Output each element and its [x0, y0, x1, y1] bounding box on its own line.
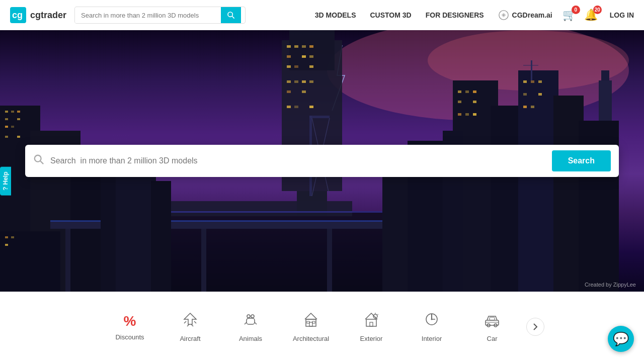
- svg-rect-59: [523, 80, 527, 83]
- svg-rect-20: [302, 55, 306, 58]
- svg-rect-88: [531, 60, 532, 80]
- logo-icon: cg: [10, 7, 26, 23]
- exterior-icon: [363, 311, 379, 331]
- svg-rect-80: [11, 236, 14, 238]
- nav-links: 3D MODELS CUSTOM 3D FOR DESIGNERS CGDrea…: [315, 10, 552, 21]
- svg-rect-31: [287, 106, 291, 108]
- svg-rect-62: [523, 93, 527, 96]
- chevron-right-icon: [533, 323, 538, 331]
- svg-rect-101: [312, 321, 315, 323]
- nav-search-input[interactable]: [75, 8, 221, 23]
- categories-bar: % Discounts Aircraft Animals: [0, 292, 644, 362]
- help-label: Help: [2, 171, 9, 185]
- architectural-icon: [303, 311, 319, 331]
- chat-widget[interactable]: 💬: [608, 326, 634, 352]
- svg-point-5: [503, 14, 505, 16]
- hero-search-input[interactable]: [50, 156, 552, 165]
- svg-rect-65: [531, 106, 534, 108]
- svg-rect-30: [302, 90, 306, 93]
- exterior-svg: [363, 311, 379, 327]
- categories-next-button[interactable]: [526, 318, 544, 336]
- svg-rect-98: [309, 322, 312, 326]
- hero-search-bar: Search: [25, 145, 619, 177]
- svg-rect-42: [5, 126, 8, 128]
- logo-text: cgtrader: [30, 10, 66, 21]
- aircraft-svg: [182, 311, 198, 327]
- svg-point-93: [247, 315, 250, 318]
- hero-search-button[interactable]: Search: [552, 150, 611, 171]
- nav-link-for-designers[interactable]: FOR DESIGNERS: [426, 11, 484, 19]
- hero-section: Search Created by ZippyLee: [0, 30, 644, 292]
- svg-rect-23: [294, 65, 298, 68]
- help-icon: ?: [2, 187, 9, 190]
- svg-rect-32: [294, 106, 298, 108]
- login-button[interactable]: LOG IN: [610, 11, 634, 19]
- nav-link-3d-models[interactable]: 3D MODELS: [315, 11, 356, 19]
- svg-rect-18: [309, 45, 313, 48]
- svg-rect-75: [327, 229, 332, 292]
- svg-rect-67: [309, 116, 330, 118]
- category-architectural[interactable]: Architectural: [281, 305, 341, 348]
- notifications-button[interactable]: 🔔 20: [584, 9, 598, 22]
- svg-line-106: [377, 314, 378, 315]
- svg-point-111: [431, 319, 433, 320]
- interior-svg: [424, 311, 440, 327]
- svg-point-2: [228, 12, 232, 17]
- animals-svg: [243, 311, 259, 327]
- svg-rect-39: [17, 111, 20, 113]
- svg-rect-56: [458, 113, 461, 116]
- svg-rect-15: [287, 45, 291, 48]
- svg-line-96: [255, 322, 257, 324]
- nav-search-container: [74, 7, 246, 24]
- cart-button[interactable]: 🛒 0: [562, 9, 576, 22]
- svg-rect-22: [287, 65, 291, 68]
- svg-rect-54: [458, 101, 461, 103]
- svg-line-3: [232, 16, 234, 19]
- nav-search-button[interactable]: [221, 7, 241, 23]
- category-exterior-label: Exterior: [360, 335, 383, 342]
- category-interior-label: Interior: [422, 335, 442, 342]
- car-icon: [484, 311, 500, 331]
- search-icon: [33, 154, 44, 165]
- svg-rect-79: [5, 236, 8, 238]
- nav-link-custom-3d[interactable]: CUSTOM 3D: [370, 11, 412, 19]
- animals-icon: [243, 311, 259, 331]
- interior-icon: [424, 311, 440, 331]
- svg-rect-17: [302, 45, 306, 48]
- aircraft-icon: [182, 311, 198, 331]
- svg-rect-13: [289, 30, 335, 70]
- hero-search-icon: [33, 154, 44, 168]
- svg-text:cg: cg: [12, 10, 23, 20]
- svg-rect-19: [287, 55, 291, 58]
- category-discounts[interactable]: % Discounts: [100, 307, 160, 347]
- svg-rect-74: [201, 229, 206, 292]
- search-icon: [227, 11, 235, 19]
- svg-rect-81: [5, 244, 8, 246]
- svg-point-94: [251, 315, 254, 318]
- logo[interactable]: cg cgtrader: [10, 7, 66, 23]
- svg-rect-61: [538, 80, 542, 83]
- architectural-svg: [303, 311, 319, 327]
- ai-icon: [498, 10, 509, 21]
- svg-rect-44: [5, 136, 8, 138]
- svg-rect-52: [465, 90, 469, 93]
- category-architectural-label: Architectural: [293, 335, 329, 342]
- category-car[interactable]: Car: [462, 305, 522, 348]
- svg-rect-92: [247, 318, 255, 324]
- svg-rect-78: [0, 231, 60, 292]
- cart-badge: 0: [572, 6, 580, 14]
- svg-rect-24: [309, 65, 313, 68]
- nav-link-cgdream[interactable]: CGDream.ai: [498, 10, 552, 21]
- navbar: cg cgtrader 3D MODELS CUSTOM 3D FOR DESI…: [0, 0, 644, 30]
- category-animals-label: Animals: [239, 335, 262, 342]
- category-animals[interactable]: Animals: [220, 305, 281, 348]
- category-exterior[interactable]: Exterior: [341, 305, 401, 348]
- svg-rect-84: [151, 181, 171, 292]
- svg-rect-29: [287, 90, 291, 93]
- category-aircraft[interactable]: Aircraft: [160, 305, 220, 348]
- category-aircraft-label: Aircraft: [180, 335, 200, 342]
- svg-rect-51: [458, 90, 461, 93]
- help-widget[interactable]: ? Help: [0, 166, 11, 195]
- category-discounts-label: Discounts: [115, 333, 144, 341]
- category-interior[interactable]: Interior: [401, 305, 462, 348]
